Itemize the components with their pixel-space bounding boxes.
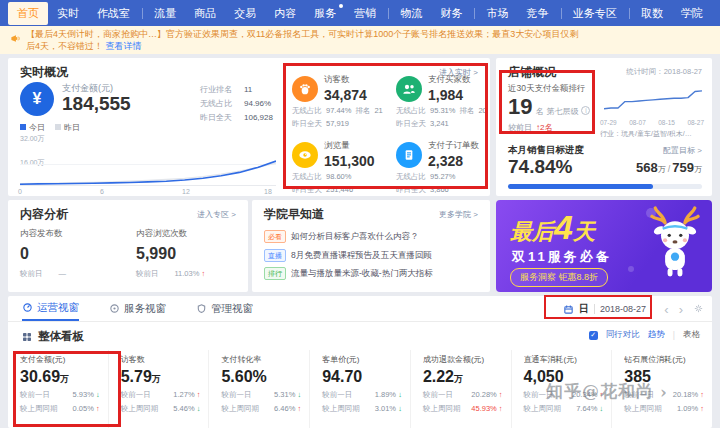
nav-item-goods[interactable]: 商品 [185,2,225,25]
tag-badge: 必看 [264,230,286,243]
divider: | [673,330,675,340]
deer-mascot [642,204,708,292]
buyers-icon [396,76,422,102]
academy-card: 学院早知道 更多学院 > 必看如何分析目标客户喜欢什么内容？ 直播8月免费直播课… [252,200,490,292]
calendar-icon [563,304,574,315]
content-zone-link[interactable]: 进入专区 > [197,209,236,220]
date-value[interactable]: 2018-08-27 [600,304,646,314]
nav-item-finance[interactable]: 财务 [431,2,471,25]
academy-item[interactable]: 排行流量与播放量来源-收藏-热门两大指标 [264,267,433,280]
nav-item-bizzone[interactable]: 业务专区 [564,2,626,25]
nav-item-marketing[interactable]: 营销 [345,2,385,25]
board-metric-avg-order: 客单价(元) 94.70 较前一日1.89% ↓ 较上周同期3.01% ↓ [309,350,410,428]
yuan-glyph: ¥ [33,90,42,108]
academy-more-link[interactable]: 更多学院 > [439,209,478,220]
metric-visitors: 访客数34,874 无线占比97.44%排名21 昨日全天57,919 [292,74,392,129]
metric-pageviews: 浏览量151,300 无线占比98.60% 昨日全天251,446 [292,140,392,195]
nav-item-college[interactable]: 学院 [672,2,712,25]
content-analysis-card: 内容分析 进入专区 > 内容发布数 0 较前日— 内容浏览次数 5,990 较前… [8,200,248,292]
content-views-stat: 内容浏览次数 5,990 较前日11.03% ↑ [136,228,205,279]
tab-operation-view[interactable]: 运营视窗 [22,296,79,321]
banner-pill: 服务洞察 钜惠8.8折 [510,268,608,287]
nav-item-service[interactable]: 服务 [305,2,345,25]
nav-item-home[interactable]: 首页 [8,2,48,25]
nav-item-traffic[interactable]: 流量 [145,2,185,25]
realtime-side-stats: 行业排名11 无线占比94.96% 昨日全天106,928 [200,84,273,126]
industry-label: 行业：玩具/童车/益智/积木/… [600,129,706,139]
main-content: 实时概况 进入实时 > ¥ 支付金额(元) 184,555 行业排名11 无线占… [0,54,720,428]
watermark: 知乎@花和尚 › [546,380,668,403]
divider [594,304,595,314]
board-metric-conversion: 支付转化率 5.60% 较前一日5.31% ↓ 较上周同期6.46% ↑ [208,350,309,428]
shield-icon [196,303,207,314]
sales-target-numbers: 568万/759万 [636,160,702,175]
banner-headline: 最后4天 [510,208,595,247]
nav-item-warroom[interactable]: 作战室 [88,2,139,25]
nav-item-realtime[interactable]: 实时 [48,2,88,25]
gauge-icon [22,302,33,313]
tab-service-view[interactable]: 服务视窗 [109,296,166,321]
configure-target-link[interactable]: 配置目标 > [663,145,702,156]
pay-amount-value: 184,555 [62,93,131,115]
realtime-overview-card: 实时概况 进入实时 > ¥ 支付金额(元) 184,555 行业排名11 无线占… [8,58,490,196]
nav-item-trade[interactable]: 交易 [225,2,265,25]
yuan-icon: ¥ [20,82,54,116]
x-tick: 6 [100,188,104,195]
next-day-button[interactable]: › [679,303,683,316]
rank-delta-value: ↑2名 [536,123,552,132]
tab-manage-view[interactable]: 管理视窗 [196,296,253,321]
watermark-arrow: › [660,382,668,402]
x-tick: 0 [18,188,22,195]
order-doc-icon [396,142,422,168]
board-title: 整体看板 [38,329,84,344]
rank-delta: 较前日↑2名 [508,122,552,133]
eye-icon [292,142,318,168]
banner-subtitle: 双11服务必备 [512,248,612,266]
date-picker[interactable]: 日 2018-08-27 [563,296,646,322]
trend-view-link[interactable]: 趋势 [648,329,665,341]
announcement-detail-link[interactable]: 查看详情 [106,41,142,51]
x-tick: 18 [264,188,272,195]
nav-item-competition[interactable]: 竞争 [518,2,558,25]
date-granularity[interactable]: 日 [579,302,589,316]
board-metric-pay-amount: 支付金额(元) 30.69万 较前一日5.93% ↓ 较上周同期0.05% ↑ [8,350,108,428]
nav-item-market[interactable]: 市场 [478,2,518,25]
shop-overview-card: 店铺概况 统计时间：2018-08-27 近30天支付金额排行 19 名 第七层… [496,58,712,196]
content-analysis-title: 内容分析 [20,206,68,223]
prev-day-button[interactable]: ‹ [664,303,668,316]
board-metric-visitors: 访客数 5.79万 较前一日1.27% ↑ 较上周同期5.46% ↓ [108,350,209,428]
sales-target-percent: 74.84% [508,156,572,178]
visitor-icon [292,76,318,102]
shop-title: 店铺概况 [508,64,556,81]
date-controls: ‹ › [664,296,704,322]
academy-item[interactable]: 直播8月免费直播课程预告及五天直播回顾 [264,249,432,262]
announcement-text: 【最后4天倒计时，商家抢购中…】官方验证效果周查，双11必备报名工具，可实时计算… [26,28,578,52]
peer-compare-checkbox[interactable] [589,331,598,340]
announcement-line2: 后4天，不容错过！ [26,41,103,51]
nav-item-content[interactable]: 内容 [265,2,305,25]
info-icon[interactable] [581,106,590,115]
sycm-dashboard: 首页 实时 作战室 流量 商品 交易 内容 服务 营销 物流 财务 市场 竞争 … [0,0,720,428]
x-tick: 12 [182,188,190,195]
announcement-line1: 【最后4天倒计时，商家抢购中…】官方验证效果周查，双11必备报名工具，可实时计算… [26,29,578,39]
rank-row: 19 名 第七层级 [508,94,590,120]
promo-banner[interactable]: 最后4天 双11服务必备 服务洞察 钜惠8.8折 [496,200,712,292]
realtime-title: 实时概况 [20,64,68,81]
board-section: 运营视窗 服务视窗 管理视窗 日 2018-08-27 ‹ › [8,296,712,428]
megaphone-icon [10,30,21,48]
top-nav: 首页 实时 作战室 流量 商品 交易 内容 服务 营销 物流 财务 市场 竞争 … [0,0,720,26]
academy-item[interactable]: 必看如何分析目标客户喜欢什么内容？ [264,230,419,243]
board-header: 整体看板 同行对比 趋势 | 表格 [8,327,712,347]
metric-pay-buyers: 支付买家数1,984 无线占比95.31%排名20 昨日全天3,241 [396,74,496,129]
tag-badge: 直播 [264,249,286,262]
chart-legend: 今日 昨日 [20,122,80,133]
nav-item-data[interactable]: 取数 [632,2,672,25]
settings-gear-icon[interactable] [693,300,704,318]
peer-compare-label: 同行对比 [606,329,640,341]
nav-item-logistics[interactable]: 物流 [391,2,431,25]
board-grid-icon [21,329,33,347]
table-view-link[interactable]: 表格 [683,329,700,341]
service-icon [109,303,120,314]
rank-number: 19 [508,94,532,120]
announcement-bar: 【最后4天倒计时，商家抢购中…】官方验证效果周查，双11必备报名工具，可实时计算… [0,26,720,54]
